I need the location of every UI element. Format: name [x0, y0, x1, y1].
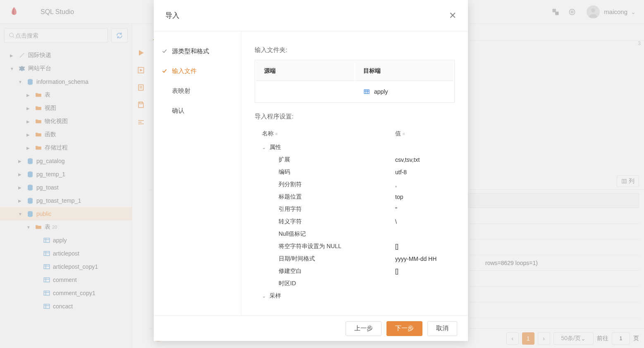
wizard-step[interactable]: 确认 — [154, 101, 241, 121]
wizard-steps: 源类型和格式输入文件表映射确认 — [154, 31, 241, 315]
dialog-header: 导入 ✕ — [154, 0, 468, 31]
settings-row[interactable]: 将空字符串设置为 NULL[] — [255, 240, 455, 253]
settings-row[interactable]: 编码utf-8 — [255, 166, 455, 178]
settings-row[interactable]: 引用字符" — [255, 203, 455, 215]
table-icon — [363, 88, 370, 95]
dialog-title: 导入 — [165, 11, 179, 20]
settings-row[interactable]: Null值标记 — [255, 228, 455, 240]
settings-group-attr[interactable]: ⌄属性 — [255, 141, 455, 154]
wizard-step[interactable]: 源类型和格式 — [154, 41, 241, 61]
target-cell[interactable]: apply — [355, 82, 453, 102]
wizard-step[interactable]: 表映射 — [154, 81, 241, 101]
next-button[interactable]: 下一步 — [386, 321, 422, 336]
settings-group-sample[interactable]: ⌄采样 — [255, 290, 455, 302]
settings-row[interactable]: 时区ID — [255, 277, 455, 290]
dialog-content: 输入文件夹: 源端 目标端 apply 导入程序设置: — [241, 31, 468, 315]
target-header: 目标端 — [355, 61, 453, 81]
dialog-footer: 上一步 下一步 取消 — [154, 315, 468, 341]
chevron-down-icon: ⌄ — [262, 294, 270, 299]
settings-label: 导入程序设置: — [255, 113, 455, 121]
settings-table: 名称≡ 值≡ ⌄属性 扩展csv,tsv,txt编码utf-8列分割符,标题位置… — [255, 126, 455, 302]
settings-row[interactable]: 转义字符\ — [255, 215, 455, 228]
svg-rect-46 — [364, 90, 369, 93]
import-dialog: 导入 ✕ 源类型和格式输入文件表映射确认 输入文件夹: 源端 目标端 apply — [154, 0, 468, 341]
settings-row[interactable]: 标题位置top — [255, 191, 455, 203]
check-icon — [161, 68, 168, 74]
source-cell[interactable] — [256, 82, 354, 102]
check-icon — [161, 48, 168, 54]
settings-row[interactable]: 列分割符, — [255, 178, 455, 191]
source-target-table: 源端 目标端 apply — [255, 60, 455, 103]
cancel-button[interactable]: 取消 — [427, 321, 457, 336]
close-icon[interactable]: ✕ — [449, 10, 456, 21]
sort-icon[interactable]: ≡ — [275, 132, 278, 136]
prev-button[interactable]: 上一步 — [346, 321, 382, 336]
settings-row[interactable]: 日期/时间格式yyyy-MM-dd HH — [255, 253, 455, 265]
wizard-step[interactable]: 输入文件 — [154, 61, 241, 81]
source-header: 源端 — [256, 61, 354, 81]
sort-icon[interactable]: ≡ — [403, 132, 405, 136]
chevron-down-icon: ⌄ — [262, 145, 270, 150]
input-folder-label: 输入文件夹: — [255, 46, 455, 54]
settings-row[interactable]: 扩展csv,tsv,txt — [255, 154, 455, 166]
settings-row[interactable]: 修建空白[] — [255, 265, 455, 277]
